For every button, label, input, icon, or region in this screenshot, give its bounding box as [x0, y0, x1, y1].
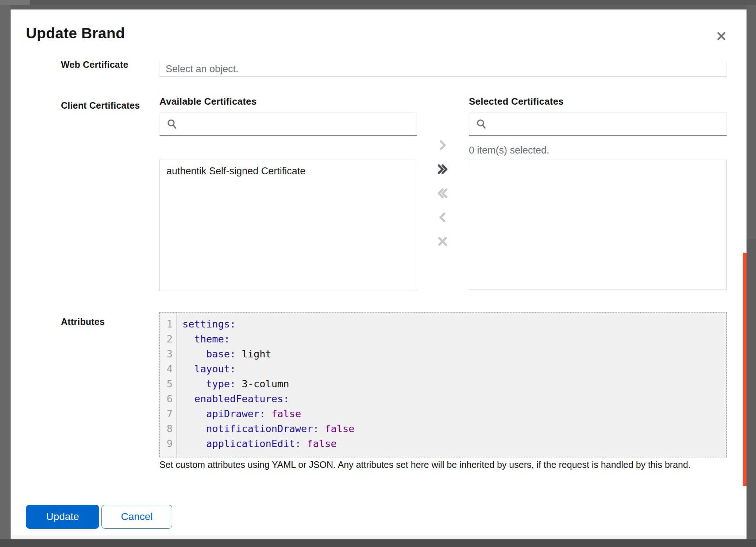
- modal-title: Update Brand: [26, 25, 125, 42]
- selected-certificates-list[interactable]: [469, 160, 727, 290]
- backdrop-bottom-band: [0, 539, 756, 547]
- code-line: type: 3-column: [182, 376, 726, 391]
- available-certificates-list[interactable]: authentik Self-signed Certificate: [159, 160, 417, 291]
- line-number: 7: [167, 406, 176, 421]
- angle-double-right-icon: [437, 164, 448, 175]
- client-certificates-label: Client Certificates: [61, 100, 140, 111]
- attributes-editor[interactable]: 123456789 settings: theme: base: light l…: [159, 312, 727, 458]
- certificate-option[interactable]: authentik Self-signed Certificate: [160, 160, 417, 182]
- line-number: 9: [167, 436, 176, 451]
- cancel-button[interactable]: Cancel: [101, 505, 172, 529]
- line-number: 8: [167, 421, 176, 436]
- move-selected-left-button[interactable]: [434, 210, 451, 225]
- line-number: 5: [167, 376, 176, 391]
- search-icon: [476, 119, 487, 129]
- clear-selection-button[interactable]: [434, 234, 451, 249]
- angle-left-icon: [437, 212, 448, 223]
- accent-bar: [743, 253, 747, 486]
- selected-count-status: 0 item(s) selected.: [469, 145, 549, 156]
- update-brand-modal: Update Brand Web Certificate Client Cert…: [11, 9, 747, 535]
- attributes-label: Attributes: [61, 317, 105, 327]
- line-number: 3: [167, 346, 176, 361]
- selected-search-input[interactable]: [492, 113, 726, 135]
- backdrop-top-strip: [0, 0, 756, 5]
- angle-double-left-icon: [437, 188, 448, 199]
- code-line: layout:: [182, 361, 726, 376]
- backdrop-left-strip: [0, 5, 10, 539]
- backdrop-page-edge: [11, 535, 747, 539]
- web-certificate-select[interactable]: [159, 61, 727, 77]
- code-line: apiDrawer: false: [182, 406, 726, 421]
- available-search-input[interactable]: [182, 113, 417, 135]
- code-line: theme:: [182, 331, 726, 346]
- line-number: 4: [167, 361, 176, 376]
- code-line: notificationDrawer: false: [182, 421, 726, 436]
- angle-right-icon: [437, 140, 448, 151]
- update-button[interactable]: Update: [26, 505, 99, 529]
- code-line: base: light: [182, 346, 726, 361]
- available-search-box: [159, 112, 417, 136]
- move-selected-right-button[interactable]: [434, 138, 451, 152]
- attributes-help-text: Set custom attributes using YAML or JSON…: [159, 459, 729, 470]
- web-certificate-label: Web Certificate: [61, 59, 128, 70]
- move-all-right-button[interactable]: [434, 162, 451, 176]
- dual-list-transfer-controls: [434, 138, 451, 249]
- backdrop-right-block: [747, 5, 756, 238]
- line-number: 6: [167, 391, 176, 406]
- editor-code: settings: theme: base: light layout: typ…: [177, 313, 726, 458]
- line-number: 2: [167, 331, 176, 346]
- close-button[interactable]: [714, 29, 729, 43]
- selected-search-box: [469, 112, 727, 136]
- line-number: 1: [167, 317, 176, 331]
- available-certificates-heading: Available Certificates: [159, 96, 256, 107]
- close-icon: [717, 31, 726, 41]
- search-icon: [166, 119, 177, 129]
- code-line: settings:: [182, 317, 726, 331]
- code-line: applicationEdit: false: [182, 436, 726, 451]
- backdrop-top-left-block: [0, 0, 30, 5]
- move-all-left-button[interactable]: [434, 186, 451, 201]
- code-line: enabledFeatures:: [182, 391, 726, 406]
- editor-gutter: 123456789: [160, 313, 177, 458]
- times-icon: [437, 236, 448, 247]
- selected-certificates-heading: Selected Certificates: [469, 96, 564, 107]
